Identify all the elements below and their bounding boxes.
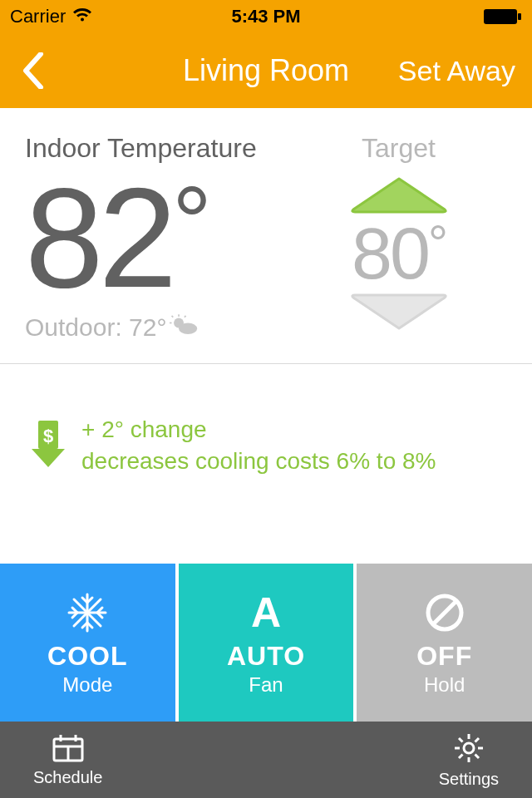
- main-content: Indoor Temperature 82° Outdoor: 72° Targ…: [0, 108, 532, 477]
- tab-settings-label: Settings: [439, 770, 499, 789]
- svg-text:$: $: [43, 426, 53, 446]
- mode-off-button[interactable]: OFF Hold: [357, 564, 532, 722]
- svg-line-15: [433, 601, 456, 624]
- mode-row: COOL Mode A AUTO Fan OFF Hold: [0, 564, 532, 722]
- set-away-button[interactable]: Set Away: [398, 55, 515, 87]
- wifi-icon: [72, 6, 92, 27]
- tip-line-1: + 2° change: [81, 414, 436, 446]
- mode-off-label: OFF: [416, 641, 472, 672]
- battery-icon: [484, 8, 522, 25]
- outdoor-temp-label: Outdoor: 72°: [25, 313, 290, 342]
- tab-schedule[interactable]: Schedule: [33, 722, 102, 798]
- carrier-label: Carrier: [10, 6, 66, 27]
- calendar-icon: [52, 733, 85, 766]
- dollar-down-icon: $: [30, 419, 66, 472]
- svg-line-26: [459, 738, 463, 742]
- tab-schedule-label: Schedule: [33, 768, 102, 787]
- svg-point-21: [464, 743, 474, 753]
- svg-line-6: [185, 316, 186, 318]
- nav-bar: Living Room Set Away: [0, 33, 532, 108]
- mode-off-sublabel: Hold: [424, 673, 465, 697]
- tab-settings[interactable]: Settings: [439, 722, 499, 798]
- savings-tip: $ + 2° change decreases cooling costs 6%…: [25, 414, 507, 477]
- svg-rect-0: [484, 9, 517, 24]
- svg-line-29: [459, 754, 463, 758]
- mode-cool-label: COOL: [47, 641, 127, 672]
- chevron-up-icon: [337, 172, 461, 214]
- target-temp-value: 80°: [352, 217, 446, 290]
- tip-line-2: decreases cooling costs 6% to 8%: [81, 446, 436, 477]
- svg-line-28: [475, 738, 479, 742]
- svg-line-27: [475, 754, 479, 758]
- weather-icon: [170, 313, 198, 342]
- mode-cool-sublabel: Mode: [62, 673, 112, 697]
- temp-up-button[interactable]: [337, 172, 461, 214]
- prohibit-icon: [424, 589, 466, 636]
- back-button[interactable]: [17, 46, 50, 96]
- mode-auto-button[interactable]: A AUTO Fan: [179, 564, 354, 722]
- status-bar: Carrier 5:43 PM: [0, 0, 532, 33]
- svg-point-7: [179, 323, 197, 334]
- snowflake-icon: [66, 589, 109, 636]
- target-temp-label: Target: [362, 133, 436, 164]
- indoor-temp-value: 82°: [25, 167, 290, 308]
- svg-rect-1: [518, 13, 521, 20]
- mode-cool-button[interactable]: COOL Mode: [0, 564, 175, 722]
- mode-auto-label: AUTO: [227, 641, 305, 672]
- divider: [0, 363, 532, 364]
- temp-down-button[interactable]: [337, 293, 461, 335]
- auto-letter-icon: A: [251, 589, 281, 636]
- tab-bar: Schedule Settings: [0, 722, 532, 798]
- svg-line-5: [172, 316, 174, 318]
- mode-auto-sublabel: Fan: [249, 673, 283, 697]
- chevron-left-icon: [22, 52, 44, 89]
- chevron-down-icon: [337, 293, 461, 335]
- gear-icon: [452, 732, 485, 768]
